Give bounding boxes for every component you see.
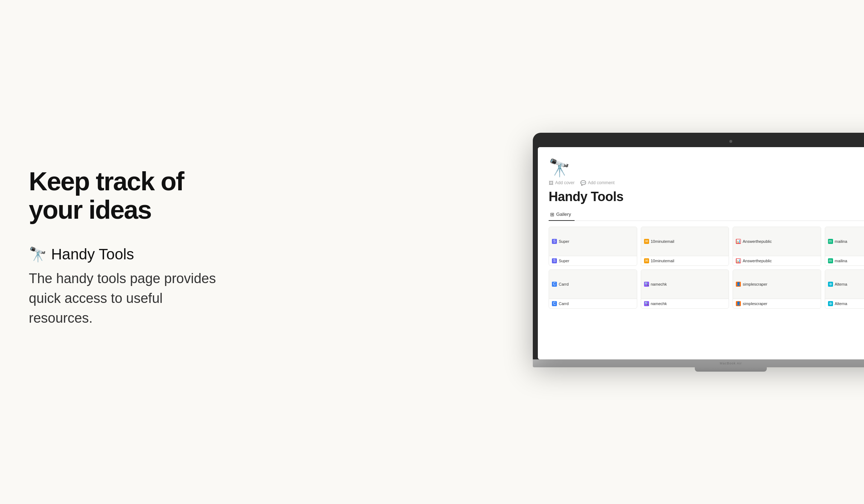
card-name-answer-1: Answerthepublic: [743, 239, 772, 244]
card-name-10min-1: 10minutemail: [651, 239, 674, 244]
laptop-brand: MacBook Air: [720, 362, 742, 365]
card-name-carrd-1: Carrd: [559, 282, 569, 286]
cover-icon: 🖼: [549, 180, 553, 186]
favicon-mailina-1: m: [828, 239, 833, 244]
card-simple-1[interactable]: 👤 simplescraper 👤 simplescraper: [733, 269, 821, 309]
feature-title: 🔭 Handy Tools: [29, 246, 223, 263]
card-name-namechk-1: namechk: [651, 282, 667, 286]
add-comment-button[interactable]: 💬 Add comment: [580, 180, 615, 186]
gallery-grid: S Super S Super: [549, 227, 864, 309]
feature-description: The handy tools page provides quick acce…: [29, 269, 223, 328]
favicon-namechk-1: 🔍: [644, 282, 649, 287]
left-panel: Keep track of your ideas 🔭 Handy Tools T…: [0, 167, 223, 337]
telescope-emoji: 🔭: [29, 246, 47, 263]
card-name-simple-1: simplescraper: [743, 282, 767, 286]
favicon-answer-1b: 📊: [736, 258, 741, 263]
card-image-alterna-1: ⊕ Alterna: [825, 270, 864, 299]
notion-actions: 🖼 Add cover 💬 Add comment: [549, 180, 864, 186]
favicon-super-1: S: [552, 239, 557, 244]
favicon-answer-1: 📊: [736, 239, 741, 244]
card-label-10min-1: 10minutemail: [651, 259, 674, 263]
card-footer-namechk-1: 🔍 namechk: [641, 299, 729, 308]
laptop-wrapper: 🔭 🖼 Add cover 💬 Add comment Handy Tools: [533, 133, 864, 372]
comment-icon: 💬: [580, 180, 586, 186]
laptop-screen: 🔭 🖼 Add cover 💬 Add comment Handy Tools: [538, 147, 864, 359]
right-panel: 🔭 🖼 Add cover 💬 Add comment Handy Tools: [223, 0, 864, 504]
card-label-alterna-1: Alterna: [835, 301, 847, 306]
card-image-answer-1: 📊 Answerthepublic: [733, 227, 821, 256]
notion-title: Handy Tools: [549, 189, 864, 204]
card-mailina-1[interactable]: m mailina m mailina: [825, 227, 864, 266]
card-footer-carrd-1: C Carrd: [549, 299, 637, 308]
gallery-tab[interactable]: ⊞ Gallery: [549, 209, 575, 221]
card-footer-alterna-1: ⊕ Alterna: [825, 299, 864, 308]
gallery-tab-label: Gallery: [556, 212, 571, 217]
add-cover-label: Add cover: [555, 180, 575, 185]
feature-title-text: Handy Tools: [51, 246, 134, 263]
card-alterna-1[interactable]: ⊕ Alterna ⊕ Alterna: [825, 269, 864, 309]
laptop-camera: [729, 140, 732, 143]
gallery-tab-icon: ⊞: [550, 212, 554, 217]
card-image-10min-1: ✉ 10minutemail: [641, 227, 729, 256]
card-image-carrd-1: C Carrd: [549, 270, 637, 299]
card-image-super-1: S Super: [549, 227, 637, 256]
card-footer-simple-1: 👤 simplescraper: [733, 299, 821, 308]
card-carrd-1[interactable]: C Carrd C Carrd: [549, 269, 637, 309]
favicon-alterna-1b: ⊕: [828, 301, 833, 306]
card-footer-answer-1: 📊 Answerthepublic: [733, 256, 821, 265]
card-name-mailina-1: mailina: [835, 239, 847, 244]
card-name-alterna-1: Alterna: [835, 282, 847, 286]
card-label-mailina-1: mailina: [835, 259, 847, 263]
card-footer-mailina-1: m mailina: [825, 256, 864, 265]
favicon-carrd-1: C: [552, 282, 557, 287]
favicon-simple-1: 👤: [736, 282, 741, 287]
notion-page-icon: 🔭: [549, 158, 864, 178]
favicon-simple-1b: 👤: [736, 301, 741, 306]
laptop-camera-bar: [538, 138, 864, 145]
card-label-carrd-1: Carrd: [559, 301, 569, 306]
card-name-super-1: Super: [559, 239, 569, 244]
card-image-mailina-1: m mailina: [825, 227, 864, 256]
add-cover-button[interactable]: 🖼 Add cover: [549, 180, 575, 186]
favicon-10min-1b: ✉: [644, 258, 649, 263]
card-10min-1[interactable]: ✉ 10minutemail ✉ 10minutemail: [641, 227, 729, 266]
card-label-super-1: Super: [559, 259, 569, 263]
card-image-namechk-1: 🔍 namechk: [641, 270, 729, 299]
card-footer-10min-1: ✉ 10minutemail: [641, 256, 729, 265]
favicon-namechk-1b: 🔍: [644, 301, 649, 306]
laptop-body: 🔭 🖼 Add cover 💬 Add comment Handy Tools: [533, 133, 864, 359]
main-heading: Keep track of your ideas: [29, 167, 223, 224]
card-namechk-1[interactable]: 🔍 namechk 🔍 namechk: [641, 269, 729, 309]
favicon-mailina-1b: m: [828, 258, 833, 263]
notion-page: 🔭 🖼 Add cover 💬 Add comment Handy Tools: [538, 147, 864, 359]
card-label-simple-1: simplescraper: [743, 301, 767, 306]
card-super-1[interactable]: S Super S Super: [549, 227, 637, 266]
favicon-10min-1: ✉: [644, 239, 649, 244]
card-label-namechk-1: namechk: [651, 301, 667, 306]
laptop-stand: [695, 367, 767, 372]
card-label-answer-1: Answerthepublic: [743, 259, 772, 263]
laptop-base: MacBook Air: [533, 359, 864, 367]
card-image-simple-1: 👤 simplescraper: [733, 270, 821, 299]
feature-item: 🔭 Handy Tools The handy tools page provi…: [29, 246, 223, 328]
favicon-carrd-1b: C: [552, 301, 557, 306]
notion-tabs: ⊞ Gallery: [549, 209, 864, 221]
favicon-super-1b: S: [552, 258, 557, 263]
add-comment-label: Add comment: [588, 180, 615, 185]
card-footer-super-1: S Super: [549, 256, 637, 265]
card-answer-1[interactable]: 📊 Answerthepublic 📊 Answerthepublic: [733, 227, 821, 266]
favicon-alterna-1: ⊕: [828, 282, 833, 287]
